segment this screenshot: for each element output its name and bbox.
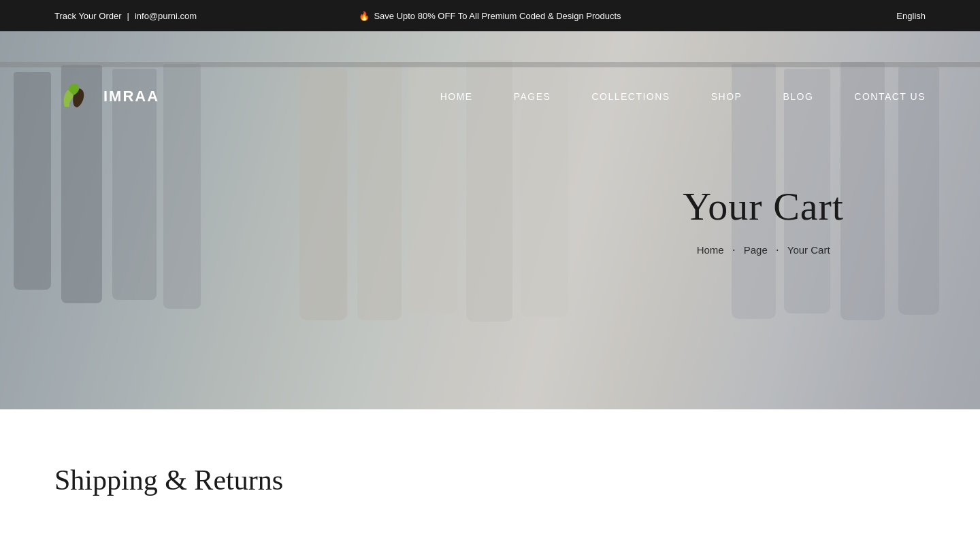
nav-item-shop[interactable]: SHOP [711,90,742,103]
nav-item-home[interactable]: HOME [440,90,473,103]
breadcrumb-sep-2: · [776,243,779,257]
hero-content: Your Cart Home · Page · Your Cart [683,184,844,257]
nav-item-contact[interactable]: CONTACT US [854,90,926,103]
announcement-center: 🔥 Save Upto 80% OFF To All Premium Coded… [359,11,621,21]
nav-link-shop[interactable]: SHOP [711,91,742,102]
email-link[interactable]: info@purni.com [135,11,197,21]
navbar: IMRAA HOME PAGES COLLECTIONS SHOP BLOG C… [0,63,980,131]
breadcrumb-page[interactable]: Page [744,244,768,256]
logo-icon [54,76,95,117]
breadcrumb-sep-1: · [732,243,736,257]
nav-item-pages[interactable]: PAGES [514,90,551,103]
nav-item-collections[interactable]: COLLECTIONS [591,90,670,103]
breadcrumb: Home · Page · Your Cart [683,243,844,257]
separator: | [127,11,129,21]
nav-link-blog[interactable]: BLOG [783,91,813,102]
promo-text: Save Upto 80% OFF To All Premium Coded &… [374,11,621,21]
breadcrumb-current: Your Cart [787,244,830,256]
breadcrumb-home[interactable]: Home [697,244,724,256]
section-title: Shipping & Returns [54,464,926,496]
nav-links: HOME PAGES COLLECTIONS SHOP BLOG CONTACT… [440,90,926,103]
announcement-left: Track Your Order | info@purni.com [54,11,197,21]
nav-link-pages[interactable]: PAGES [514,91,551,102]
content-section: Shipping & Returns [0,409,980,524]
nav-item-blog[interactable]: BLOG [783,90,813,103]
nav-link-home[interactable]: HOME [440,91,473,102]
fire-icon: 🔥 [359,11,370,21]
hero-title: Your Cart [683,184,844,229]
nav-link-collections[interactable]: COLLECTIONS [591,91,670,102]
hero-section: IMRAA HOME PAGES COLLECTIONS SHOP BLOG C… [0,31,980,409]
announcement-bar: Track Your Order | info@purni.com 🔥 Save… [0,0,980,31]
language-selector[interactable]: English [896,11,926,21]
brand-name: IMRAA [103,88,159,105]
nav-link-contact[interactable]: CONTACT US [854,91,926,102]
track-order-link[interactable]: Track Your Order [54,11,122,21]
logo-container[interactable]: IMRAA [54,76,159,117]
